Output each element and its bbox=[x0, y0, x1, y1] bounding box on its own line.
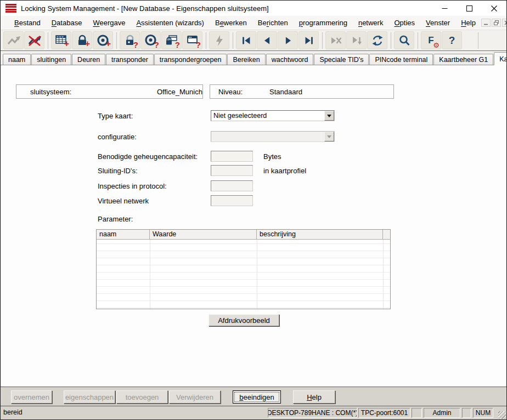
column-header-waarde[interactable]: Waarde bbox=[150, 230, 257, 239]
locking-system-value: Office_Munich bbox=[157, 88, 202, 96]
configuration-label: configuratie: bbox=[98, 133, 137, 141]
card-type-select[interactable]: Niet geselecteerd bbox=[211, 110, 335, 121]
tab-pincode-terminal[interactable]: PINcode terminal bbox=[369, 54, 433, 65]
resize-grip[interactable] bbox=[498, 411, 506, 419]
route-arrow-delete-icon bbox=[27, 34, 42, 47]
read-lock-button[interactable]: ? bbox=[120, 31, 140, 49]
close-button[interactable] bbox=[482, 1, 506, 16]
tab-speciale-tids[interactable]: Speciale TID's bbox=[314, 54, 369, 65]
print-preview-button[interactable]: Afdrukvoorbeeld bbox=[209, 314, 279, 326]
add-overlay-icon: + bbox=[64, 39, 69, 48]
program-flash-button[interactable] bbox=[209, 31, 229, 49]
previous-record-button[interactable] bbox=[257, 31, 277, 49]
beeindigen-button[interactable]: beeindigen bbox=[233, 390, 281, 404]
menu-programmering[interactable]: programmering bbox=[294, 17, 353, 29]
new-lock-button[interactable]: + bbox=[72, 31, 92, 49]
skip-down-icon bbox=[350, 34, 363, 47]
app-window: Locking System Management - [New Databas… bbox=[0, 0, 507, 420]
skip-down-button[interactable] bbox=[346, 31, 367, 49]
tab-wachtwoord[interactable]: wachtwoord bbox=[266, 54, 314, 65]
next-record-button[interactable] bbox=[278, 31, 298, 49]
tab-naam[interactable]: naam bbox=[3, 54, 31, 65]
mdi-close-button[interactable] bbox=[502, 19, 507, 27]
read-lock-dialog-button[interactable]: ? bbox=[161, 31, 182, 49]
new-transponder-button[interactable]: + bbox=[93, 31, 113, 49]
skip-cancel-button[interactable] bbox=[325, 31, 346, 49]
tab-bereiken[interactable]: Bereiken bbox=[227, 54, 265, 65]
eigenschappen-button[interactable]: eigenschappen bbox=[64, 390, 115, 404]
tab-transpondergroepen[interactable]: transpondergroepen bbox=[154, 54, 227, 65]
add-overlay-icon: + bbox=[106, 39, 111, 48]
route-arrow-delete-button[interactable] bbox=[24, 31, 44, 49]
lock-ids-field[interactable] bbox=[211, 165, 253, 176]
menu-venster[interactable]: Venster bbox=[420, 17, 455, 29]
refresh-button[interactable] bbox=[367, 31, 387, 49]
mdi-minimize-button[interactable] bbox=[481, 19, 491, 27]
menu-help[interactable]: Help bbox=[455, 17, 481, 29]
mdi-restore-icon bbox=[494, 20, 499, 25]
chevron-down-icon bbox=[324, 132, 334, 141]
toolbar-separator bbox=[418, 32, 418, 49]
question-overlay-icon: ? bbox=[196, 41, 201, 49]
chevron-down-icon[interactable] bbox=[324, 111, 334, 121]
toolbar-separator bbox=[322, 32, 323, 49]
search-button[interactable] bbox=[394, 31, 414, 49]
route-arrow-button[interactable] bbox=[3, 31, 24, 49]
overnemen-button[interactable]: overnemen bbox=[11, 390, 52, 404]
lock-ids-suffix: in kaartprofiel bbox=[263, 167, 306, 175]
menu-netwerk[interactable]: netwerk bbox=[353, 17, 389, 29]
help-button[interactable]: ? bbox=[442, 31, 462, 49]
card-type-label: Type kaart: bbox=[98, 112, 133, 120]
help-icon: ? bbox=[449, 35, 455, 47]
status-host-panel: DESKTOP-789HANE : COM(*) bbox=[268, 408, 357, 418]
toolbar-separator bbox=[391, 32, 391, 49]
memory-capacity-field[interactable] bbox=[211, 151, 253, 162]
status-user-panel: Admin bbox=[424, 408, 460, 418]
virtual-network-field[interactable] bbox=[211, 195, 253, 206]
toolbar-separator bbox=[233, 32, 233, 49]
menu-database[interactable]: Database bbox=[46, 17, 88, 29]
tab-sluitingen[interactable]: sluitingen bbox=[31, 54, 71, 65]
menu-berichten[interactable]: Berichten bbox=[252, 17, 294, 29]
maximize-button[interactable] bbox=[457, 1, 482, 16]
help-footer-button[interactable]: Help bbox=[293, 390, 335, 404]
new-locking-plan-button[interactable]: + bbox=[51, 31, 71, 49]
read-transponder-button[interactable]: ? bbox=[140, 31, 161, 49]
minimize-button[interactable] bbox=[432, 1, 457, 16]
tab-strip: naam sluitingen Deuren transponder trans… bbox=[1, 51, 506, 65]
toolbar-separator bbox=[116, 32, 117, 49]
menu-bestand[interactable]: Bestand bbox=[9, 17, 46, 29]
search-icon bbox=[398, 34, 411, 47]
last-record-button[interactable] bbox=[298, 31, 319, 49]
locking-system-label: sluitsysteem: bbox=[30, 88, 71, 96]
filter-settings-button[interactable]: F ⚙ bbox=[421, 31, 441, 49]
tab-deuren[interactable]: Deuren bbox=[72, 54, 105, 65]
column-divider bbox=[150, 240, 150, 309]
menu-weergave[interactable]: Weergave bbox=[87, 17, 131, 29]
maximize-icon bbox=[466, 5, 472, 12]
lock-ids-label: Sluiting-ID's: bbox=[98, 167, 138, 175]
inspections-field[interactable] bbox=[211, 180, 253, 191]
refresh-icon bbox=[371, 34, 384, 47]
mdi-restore-button[interactable] bbox=[492, 19, 501, 27]
first-record-button[interactable] bbox=[236, 31, 256, 49]
read-dialog-button[interactable]: ? bbox=[182, 31, 202, 49]
parameter-table[interactable]: naam Waarde beschrijving bbox=[96, 229, 391, 309]
parameter-table-header: naam Waarde beschrijving bbox=[97, 230, 390, 240]
menu-opties[interactable]: Opties bbox=[388, 17, 420, 29]
verwijderen-button[interactable]: Verwijderen bbox=[169, 390, 221, 404]
column-header-beschrijving[interactable]: beschrijving bbox=[257, 230, 383, 239]
tab-transponder[interactable]: transponder bbox=[106, 54, 154, 65]
toevoegen-button[interactable]: toevoegen bbox=[116, 390, 168, 404]
column-header-naam[interactable]: naam bbox=[97, 230, 150, 239]
menu-assistenten[interactable]: Assistenten (wizards) bbox=[131, 17, 210, 29]
footer-button-bar: overnemen eigenschappen toevoegen Verwij… bbox=[1, 387, 506, 406]
minimize-icon bbox=[442, 5, 448, 12]
configuration-select[interactable] bbox=[211, 131, 335, 142]
menu-bewerken[interactable]: Bewerken bbox=[210, 17, 252, 29]
parameter-label: Parameter: bbox=[98, 215, 133, 223]
tab-kaartbeheer-g1[interactable]: Kaartbeheer G1 bbox=[433, 54, 493, 65]
status-ready-text: bereid bbox=[3, 408, 22, 416]
tab-kaartbeheer-g2[interactable]: Kaartbeheer G2 bbox=[494, 52, 507, 65]
column-divider bbox=[383, 240, 384, 309]
